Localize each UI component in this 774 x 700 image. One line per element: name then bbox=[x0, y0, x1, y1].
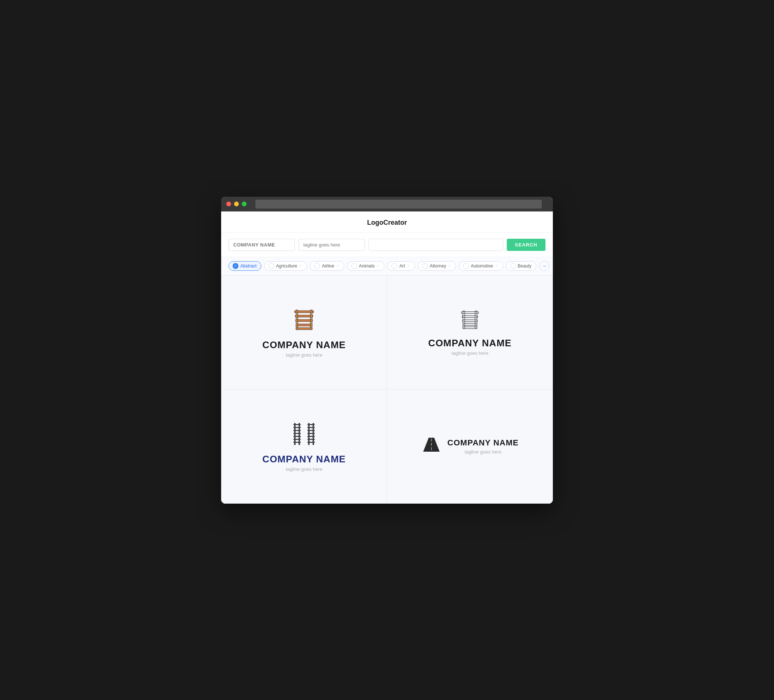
checkmark-icon: ✓ bbox=[495, 263, 498, 268]
logo-icon-grid bbox=[291, 421, 317, 448]
checkmark-icon: ✓ bbox=[336, 263, 339, 268]
filter-chip-agriculture[interactable]: Agriculture ✓ bbox=[264, 261, 307, 271]
svg-rect-30 bbox=[293, 439, 301, 440]
company-name-4: COMPANY NAME bbox=[447, 438, 519, 447]
svg-rect-37 bbox=[308, 433, 315, 434]
filter-chip-beauty[interactable]: Beauty bbox=[506, 261, 536, 271]
tagline-2: tagline goes here bbox=[452, 350, 488, 356]
logo-grid: COMPANY NAME tagline goes here bbox=[221, 275, 553, 504]
svg-rect-31 bbox=[293, 442, 301, 443]
logo-card-2[interactable]: COMPANY NAME tagline goes here bbox=[387, 275, 553, 390]
checkmark-icon: ✓ bbox=[299, 263, 302, 268]
filter-label: Abstract bbox=[240, 263, 256, 269]
filter-label: Agriculture bbox=[276, 263, 297, 269]
company-name-2: COMPANY NAME bbox=[428, 337, 511, 349]
search-button[interactable]: SEARCH bbox=[507, 239, 546, 251]
svg-rect-27 bbox=[293, 430, 301, 431]
filter-label: Automotive bbox=[471, 263, 493, 269]
svg-rect-29 bbox=[293, 436, 301, 437]
filter-chip-art[interactable]: Art ✓ bbox=[387, 261, 415, 271]
app-title: LogoCreator bbox=[367, 219, 407, 226]
filter-chip-airline[interactable]: Airline ✓ bbox=[310, 261, 344, 271]
svg-rect-25 bbox=[293, 424, 301, 425]
check-icon bbox=[314, 263, 320, 269]
logo-card-4[interactable]: COMPANY NAME tagline goes here bbox=[387, 390, 553, 504]
logo-icon-colored bbox=[289, 307, 319, 334]
filter-label: Attorney bbox=[430, 263, 447, 269]
checkmark-icon: ✓ bbox=[448, 263, 451, 268]
checkmark-icon: ✓ bbox=[407, 263, 410, 268]
company-name-input[interactable] bbox=[228, 239, 295, 251]
checkmark-icon: ✓ bbox=[376, 263, 380, 268]
company-name-1: COMPANY NAME bbox=[263, 339, 346, 351]
svg-rect-34 bbox=[308, 424, 315, 425]
tagline-input[interactable] bbox=[299, 239, 365, 251]
maximize-button[interactable] bbox=[242, 201, 246, 206]
close-button[interactable] bbox=[226, 201, 231, 206]
check-icon bbox=[351, 263, 357, 269]
tagline-3: tagline goes here bbox=[286, 466, 322, 472]
app-header: LogoCreator bbox=[221, 211, 553, 233]
filter-label: Airline bbox=[322, 263, 334, 269]
svg-rect-36 bbox=[308, 430, 315, 431]
search-row: SEARCH bbox=[221, 233, 553, 257]
svg-rect-39 bbox=[308, 439, 315, 440]
check-icon bbox=[268, 263, 274, 269]
company-name-3: COMPANY NAME bbox=[263, 454, 346, 465]
svg-rect-6 bbox=[296, 327, 312, 330]
extra-search-input[interactable] bbox=[369, 239, 503, 251]
app-content: LogoCreator SEARCH ✓ Abstract Agricultur… bbox=[221, 211, 553, 504]
tagline-4: tagline goes here bbox=[447, 449, 519, 455]
address-bar[interactable] bbox=[255, 200, 542, 208]
svg-rect-40 bbox=[308, 442, 315, 443]
filter-label: Beauty bbox=[518, 263, 531, 269]
filter-chip-automotive[interactable]: Automotive ✓ bbox=[459, 261, 503, 271]
filter-next-button[interactable]: → bbox=[539, 261, 549, 271]
check-icon bbox=[510, 263, 516, 269]
check-icon: ✓ bbox=[233, 263, 238, 269]
filter-chip-animals[interactable]: Animals ✓ bbox=[347, 261, 385, 271]
logo-icon-outline bbox=[457, 309, 483, 332]
logo-icon-road bbox=[421, 434, 442, 454]
browser-titlebar bbox=[221, 197, 553, 211]
check-icon bbox=[422, 263, 428, 269]
minimize-button[interactable] bbox=[234, 201, 239, 206]
filter-row: ✓ Abstract Agriculture ✓ Airline ✓ Anima… bbox=[221, 257, 553, 275]
svg-rect-18 bbox=[461, 312, 478, 314]
filter-chip-abstract[interactable]: ✓ Abstract bbox=[228, 261, 261, 271]
svg-rect-28 bbox=[293, 433, 301, 434]
check-icon bbox=[392, 263, 397, 269]
filter-label: Art bbox=[399, 263, 405, 269]
logo-card-3[interactable]: COMPANY NAME tagline goes here bbox=[221, 390, 387, 504]
filter-label: Animals bbox=[359, 263, 375, 269]
logo-card-1[interactable]: COMPANY NAME tagline goes here bbox=[221, 275, 387, 390]
tagline-1: tagline goes here bbox=[286, 352, 322, 358]
svg-rect-26 bbox=[293, 427, 301, 428]
browser-window: LogoCreator SEARCH ✓ Abstract Agricultur… bbox=[221, 197, 553, 504]
svg-rect-4 bbox=[296, 319, 313, 322]
check-icon bbox=[463, 263, 469, 269]
svg-rect-38 bbox=[308, 436, 315, 437]
svg-rect-5 bbox=[296, 324, 312, 326]
logo-text-group-4: COMPANY NAME tagline goes here bbox=[447, 438, 519, 455]
filter-chip-attorney[interactable]: Attorney ✓ bbox=[418, 261, 456, 271]
svg-rect-35 bbox=[308, 427, 315, 428]
